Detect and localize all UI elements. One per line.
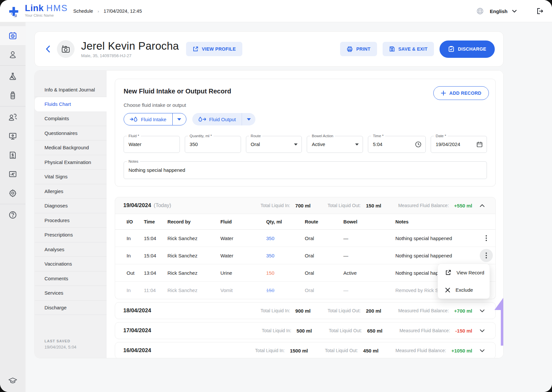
nav-item-comments[interactable]: Comments bbox=[35, 271, 107, 286]
breadcrumb-schedule[interactable]: Schedule bbox=[73, 8, 93, 14]
col-bowel: Bowel bbox=[343, 219, 395, 224]
rail-billing-invoice-icon[interactable] bbox=[0, 146, 26, 165]
time-field[interactable]: Time * 5:04 bbox=[368, 136, 426, 153]
col-qty: Qty, ml bbox=[266, 219, 305, 224]
nav-item-services[interactable]: Services bbox=[35, 286, 107, 301]
nav-item-vaccinations[interactable]: Vaccinations bbox=[35, 257, 107, 271]
date-field[interactable]: Date * 19/04/2024 bbox=[431, 136, 487, 153]
output-drop-icon bbox=[198, 116, 206, 122]
exclude-menu-item[interactable]: Exclude bbox=[438, 281, 490, 299]
app-logo: Link HMS Your Clinic Name bbox=[8, 4, 68, 20]
rail-divider bbox=[0, 65, 26, 66]
nav-item-analyses[interactable]: Analyses bbox=[35, 242, 107, 257]
row-qty[interactable]: 150 bbox=[266, 270, 305, 276]
time-field-value: 5:04 bbox=[373, 136, 382, 153]
nav-item-info-inpatient-journal[interactable]: Info & Inpatient Journal bbox=[35, 82, 107, 97]
app-window: Link HMS Your Clinic Name Schedule › 17/… bbox=[0, 0, 552, 392]
group-header[interactable]: 19/04/2024 (Today) Total Liquid In: 700 … bbox=[115, 197, 496, 214]
group-date: 17/04/2024 bbox=[123, 327, 151, 334]
rail-help-icon[interactable] bbox=[0, 205, 26, 224]
clock-icon[interactable] bbox=[415, 141, 422, 148]
chevron-down-icon[interactable] bbox=[477, 309, 487, 312]
rail-patient-icon[interactable] bbox=[0, 45, 26, 64]
chevron-down-icon[interactable] bbox=[477, 329, 487, 332]
print-button[interactable]: PRINT bbox=[340, 42, 377, 56]
records-group-17-04[interactable]: 17/04/2024 Total Liquid In: 500 ml Total… bbox=[115, 322, 496, 339]
route-select-value: Oral bbox=[251, 136, 260, 153]
discharge-button[interactable]: DISCHARGE bbox=[440, 41, 495, 58]
back-button[interactable] bbox=[43, 44, 52, 54]
row-qty[interactable]: 350 bbox=[266, 236, 305, 241]
save-exit-button[interactable]: SAVE & EXIT bbox=[383, 42, 434, 56]
notes-field[interactable]: Notes Nothing special happened bbox=[124, 161, 487, 179]
group-today-suffix: (Today) bbox=[154, 203, 171, 208]
nav-item-fluids-chart[interactable]: Fluids Chart bbox=[35, 97, 107, 112]
fluid-output-toggle[interactable]: Fluid Output bbox=[192, 113, 256, 125]
rail-divider bbox=[0, 204, 26, 204]
nav-item-discharge[interactable]: Discharge bbox=[35, 301, 107, 315]
patient-avatar[interactable] bbox=[57, 40, 75, 58]
calendar-icon[interactable] bbox=[476, 141, 483, 148]
rail-lab-flask-icon[interactable] bbox=[0, 67, 26, 86]
rail-staff-users-icon[interactable] bbox=[0, 108, 26, 127]
logout-button[interactable] bbox=[536, 7, 543, 15]
chevron-down-icon[interactable] bbox=[477, 349, 487, 352]
fluid-field[interactable]: Fluid * Water bbox=[124, 136, 180, 153]
table-header-row: I/O Time Record by Fluid Qty, ml Route B… bbox=[115, 214, 495, 230]
view-record-menu-item[interactable]: View Record bbox=[438, 264, 490, 281]
pointer-arrow-overlay bbox=[494, 295, 504, 347]
last-saved-label: LAST SAVED bbox=[44, 339, 77, 343]
form-title: New Fluid Intake or Output Record bbox=[124, 88, 487, 95]
nav-item-diagnoses[interactable]: Diagnoses bbox=[35, 199, 107, 213]
quantity-field[interactable]: Quantity, ml * 350 bbox=[185, 136, 241, 153]
rail-settings-gear-icon[interactable] bbox=[0, 184, 26, 203]
intake-drop-icon bbox=[130, 116, 138, 122]
row-route: Oral bbox=[305, 236, 343, 241]
rail-education-cap-icon[interactable] bbox=[0, 369, 26, 392]
language-selector[interactable]: English bbox=[490, 8, 517, 14]
nav-item-complaints[interactable]: Complaints bbox=[35, 111, 107, 126]
row-io: In bbox=[127, 236, 144, 241]
route-select[interactable]: Route Oral bbox=[246, 136, 302, 153]
row-route: Oral bbox=[305, 270, 343, 276]
bowel-action-select[interactable]: Bowel Action Active bbox=[307, 136, 363, 153]
row-qty[interactable]: 350 bbox=[266, 253, 305, 258]
fluid-intake-caret[interactable] bbox=[172, 113, 186, 125]
fluid-intake-toggle[interactable]: Fluid Intake bbox=[124, 113, 186, 125]
total-out-value: 150 ml bbox=[366, 203, 381, 208]
add-record-button[interactable]: ADD RECORD bbox=[433, 86, 489, 100]
rail-reports-chart-icon[interactable] bbox=[0, 165, 26, 184]
rail-medication-bottle-icon[interactable] bbox=[0, 86, 26, 105]
nav-item-questionnaires[interactable]: Questionnaires bbox=[35, 126, 107, 141]
total-in-label: Total Liquid In: bbox=[261, 308, 290, 313]
row-fluid: Water bbox=[220, 253, 266, 258]
row-context-menu: View Record Exclude bbox=[438, 264, 490, 299]
clipboard-check-icon bbox=[448, 46, 455, 52]
row-qty[interactable]: 150 bbox=[266, 287, 305, 293]
rail-workstation-icon[interactable] bbox=[0, 127, 26, 146]
nav-item-medical-background[interactable]: Medical Background bbox=[35, 140, 107, 155]
globe-icon bbox=[476, 7, 484, 15]
chevron-up-icon[interactable] bbox=[477, 204, 487, 207]
row-record-by: Rick Sanchez bbox=[167, 253, 220, 258]
row-bowel: — bbox=[343, 236, 395, 241]
quantity-field-value: 350 bbox=[190, 136, 198, 153]
view-profile-button[interactable]: VIEW PROFILE bbox=[186, 42, 242, 56]
row-menu-button[interactable] bbox=[480, 232, 493, 245]
rail-divider bbox=[0, 106, 26, 106]
nav-item-allergies[interactable]: Allergies bbox=[35, 184, 107, 199]
rail-schedule-calendar-icon[interactable] bbox=[0, 26, 26, 45]
row-bowel: — bbox=[343, 287, 395, 293]
row-record-by: Rick Sanchez bbox=[167, 287, 220, 293]
records-group-16-04[interactable]: 16/04/2024 Total Liquid In: 1500 ml Tota… bbox=[115, 342, 496, 358]
total-out-label: Total Liquid Out: bbox=[328, 203, 361, 208]
nav-item-procedures[interactable]: Procedures bbox=[35, 213, 107, 228]
language-label: English bbox=[490, 8, 508, 14]
nav-item-physical-examination[interactable]: Physical Examination bbox=[35, 155, 107, 170]
total-out-label: Total Liquid Out: bbox=[328, 308, 361, 313]
fluid-output-caret[interactable] bbox=[242, 113, 255, 125]
records-group-18-04[interactable]: 18/04/2024 Total Liquid In: 900 ml Total… bbox=[115, 302, 496, 319]
nav-item-vital-signs[interactable]: Vital Signs bbox=[35, 170, 107, 184]
row-menu-button-active[interactable] bbox=[480, 249, 493, 262]
nav-item-prescriptions[interactable]: Prescriptions bbox=[35, 228, 107, 242]
